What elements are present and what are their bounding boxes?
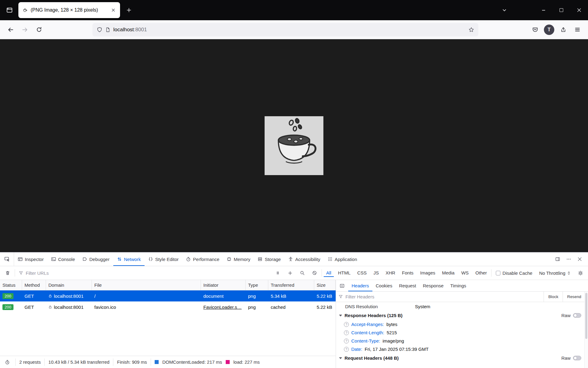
bookmark-star-icon[interactable] <box>469 27 474 33</box>
devtools-tab-debugger[interactable]: Debugger <box>79 252 113 266</box>
size-cell: 5.22 kB <box>314 305 336 310</box>
menu-hamburger-icon[interactable] <box>571 23 584 36</box>
initiator-link[interactable]: FaviconLoader.s… <box>203 305 242 310</box>
maximize-button[interactable] <box>552 0 570 20</box>
header-name-link[interactable]: Accept-Ranges: <box>351 322 384 327</box>
devtools-tab-performance[interactable]: Performance <box>182 252 223 266</box>
domain-cell: localhost:8001 <box>54 293 84 299</box>
disable-cache-checkbox[interactable] <box>496 271 500 275</box>
dock-options-icon[interactable] <box>552 254 563 264</box>
tab-close-icon[interactable] <box>109 6 118 14</box>
help-icon[interactable]: ? <box>344 322 349 327</box>
method-cell: GET <box>22 293 46 299</box>
details-tab-cookies[interactable]: Cookies <box>372 280 396 291</box>
filter-type-other[interactable]: Other <box>473 269 489 277</box>
column-header-transferred[interactable]: Transferred <box>268 280 314 290</box>
network-settings-gear-icon[interactable] <box>575 268 586 278</box>
details-tab-timings[interactable]: Timings <box>447 280 469 291</box>
response-headers-section[interactable]: Response Headers (125 B) Raw <box>336 311 584 320</box>
filter-urls-input[interactable] <box>26 270 269 276</box>
filter-headers-input[interactable] <box>345 294 541 299</box>
new-tab-button[interactable] <box>123 4 135 17</box>
back-button[interactable] <box>4 23 17 36</box>
devtools-tab-memory[interactable]: Memory <box>223 252 254 266</box>
raw-headers-toggle[interactable] <box>573 356 581 360</box>
devtools-tab-console[interactable]: Console <box>47 252 79 266</box>
network-toolbar: All HTML CSS JS XHR Fonts Images Media W… <box>0 266 588 280</box>
add-request-plus-icon[interactable] <box>285 268 295 278</box>
toggle-details-pane-icon[interactable] <box>336 280 348 291</box>
raw-headers-toggle[interactable] <box>573 313 581 318</box>
column-header-size[interactable]: Size <box>314 280 336 290</box>
details-tab-headers[interactable]: Headers <box>348 280 372 291</box>
devtools-tab-network[interactable]: Network <box>113 252 145 266</box>
url-bar[interactable]: localhost:8001 <box>92 23 478 36</box>
forward-button[interactable] <box>18 23 31 36</box>
disable-cache-control[interactable]: Disable Cache <box>493 270 535 276</box>
reload-button[interactable] <box>32 23 45 36</box>
devtools-close-icon[interactable] <box>575 254 585 264</box>
devtools-tab-label: Console <box>58 257 75 262</box>
minimize-button[interactable] <box>535 0 552 20</box>
throttling-dropdown[interactable]: No Throttling <box>537 270 573 276</box>
accessibility-icon <box>288 257 293 262</box>
list-all-tabs-chevron-icon[interactable] <box>498 4 511 17</box>
pocket-icon[interactable] <box>529 23 541 36</box>
account-button[interactable]: T <box>543 23 556 36</box>
scrollbar-thumb[interactable] <box>585 293 587 339</box>
filter-type-fonts[interactable]: Fonts <box>400 269 416 277</box>
devtools-tab-style-editor[interactable]: Style Editor <box>145 252 183 266</box>
filter-type-media[interactable]: Media <box>439 269 457 277</box>
filter-type-xhr[interactable]: XHR <box>383 269 398 277</box>
details-tab-request[interactable]: Request <box>396 280 420 291</box>
column-header-domain[interactable]: Domain <box>46 280 92 290</box>
clear-requests-trash-icon[interactable] <box>2 268 13 278</box>
devtools-tab-strip: Inspector Console Debugger Network Style… <box>14 252 549 266</box>
firefox-view-icon[interactable] <box>3 4 16 17</box>
devtools-tab-storage[interactable]: Storage <box>254 252 285 266</box>
png-image[interactable] <box>265 116 323 175</box>
browser-tab[interactable]: (PNG Image, 128 × 128 pixels) <box>18 2 120 18</box>
request-headers-section[interactable]: Request Headers (448 B) Raw <box>336 353 584 363</box>
header-name-link[interactable]: Content-Length: <box>351 330 384 335</box>
filter-type-ws[interactable]: WS <box>459 269 471 277</box>
filter-type-all[interactable]: All <box>324 269 334 277</box>
filter-type-js[interactable]: JS <box>371 269 381 277</box>
pick-element-icon[interactable] <box>0 252 14 266</box>
filter-type-html[interactable]: HTML <box>336 269 353 277</box>
search-icon[interactable] <box>297 268 307 278</box>
block-request-icon[interactable] <box>309 268 320 278</box>
devtools-tab-application[interactable]: Application <box>324 252 361 266</box>
resend-button[interactable]: Resend <box>563 292 586 302</box>
devtools-tab-label: Debugger <box>89 257 110 262</box>
domain-cell: localhost:8001 <box>54 305 84 310</box>
window-close-button[interactable] <box>570 0 588 20</box>
filter-type-images[interactable]: Images <box>418 269 438 277</box>
column-header-status[interactable]: Status <box>0 280 22 290</box>
column-header-initiator[interactable]: Initiator <box>201 280 246 290</box>
header-name-link[interactable]: Date: <box>351 347 362 352</box>
devtools-tab-inspector[interactable]: Inspector <box>14 252 47 266</box>
details-tab-response[interactable]: Response <box>420 280 447 291</box>
page-info-icon[interactable] <box>105 27 110 32</box>
size-cell: 5.22 kB <box>314 293 336 299</box>
details-scrollbar[interactable] <box>584 292 588 368</box>
column-header-file[interactable]: File <box>92 280 201 290</box>
pause-recording-icon[interactable] <box>273 268 283 278</box>
request-row[interactable]: 200 GET localhost:8001 / document png 5.… <box>0 290 336 301</box>
request-row[interactable]: 200 GET localhost:8001 favicon.ico Favic… <box>0 301 336 312</box>
column-header-type[interactable]: Type <box>246 280 268 290</box>
devtools-tab-accessibility[interactable]: Accessibility <box>285 252 324 266</box>
help-icon[interactable]: ? <box>344 330 349 335</box>
share-icon[interactable] <box>557 23 570 36</box>
shield-icon[interactable] <box>97 27 102 33</box>
help-icon[interactable]: ? <box>344 347 349 352</box>
toggle-knob <box>574 356 577 360</box>
column-header-method[interactable]: Method <box>22 280 46 290</box>
devtools-more-options-icon[interactable] <box>564 254 574 264</box>
block-button[interactable]: Block <box>544 292 563 302</box>
performance-analysis-stopwatch-icon[interactable] <box>3 358 12 366</box>
help-icon[interactable]: ? <box>344 339 349 343</box>
filter-type-css[interactable]: CSS <box>355 269 369 277</box>
header-name-link[interactable]: Content-Type: <box>351 338 380 343</box>
